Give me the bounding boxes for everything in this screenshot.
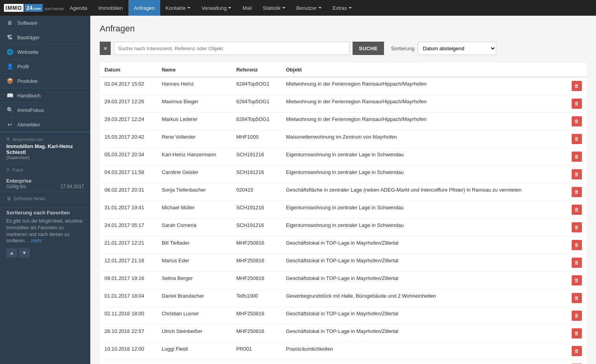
filter-clear-button[interactable]: ✕: [100, 42, 111, 55]
cell-datum: 12.01.2017 21:16: [100, 254, 157, 272]
delete-button[interactable]: 🗑: [572, 169, 582, 179]
sort-select[interactable]: Datum absteigendDatum aufsteigendName A-…: [418, 42, 496, 55]
logo-24: 24.com: [24, 4, 43, 12]
sidebar-item-label: Produkte: [17, 78, 38, 84]
sidebar-item-software[interactable]: 🖥 Software: [0, 16, 90, 30]
cell-name: Maximus Bieger: [157, 95, 232, 113]
produkte-icon: 📦: [6, 78, 13, 84]
page-title: Anfragen: [100, 24, 587, 34]
sidebar-enterprise: Enterprise Gültig bis 17.04.2017: [0, 176, 90, 192]
cell-name: Luggi Fleidi: [157, 342, 232, 360]
sidebar-arrow-buttons: ▲ ▼: [6, 248, 84, 258]
search-input[interactable]: [114, 42, 349, 55]
delete-button[interactable]: 🗑: [572, 311, 582, 321]
navbar-item-anfragen[interactable]: Anfragen: [128, 0, 160, 16]
delete-button[interactable]: 🗑: [572, 258, 582, 268]
cell-datum: 26.09.2016 10:22: [100, 360, 157, 364]
cell-objekt: Geschäftslokal in TOP-Lage in Mayrhofen/…: [281, 236, 567, 254]
delete-button[interactable]: 🗑: [572, 346, 582, 356]
delete-button[interactable]: 🗑: [572, 205, 582, 215]
cell-actions: 🗑: [567, 325, 587, 342]
table-row: 29.03.2017 12:26 Maximus Bieger 6284Top5…: [100, 95, 587, 113]
sidebar-item-immofokus[interactable]: 🔍 ImmoFokus: [0, 103, 90, 117]
sidebar-item-abmelden[interactable]: ↩ Abmelden: [0, 117, 90, 132]
cell-actions: 🗑: [567, 77, 587, 95]
cell-actions: 🗑: [567, 183, 587, 201]
cell-name: Ulrich Steinbeißer: [157, 325, 232, 342]
cell-referenz: MHF250816: [232, 307, 282, 325]
logo: IMMO 24.com SOFTWARE: [4, 4, 64, 12]
cell-objekt: Geschäftslokal in TOP-Lage in Mayrhofen/…: [281, 272, 567, 289]
delete-button[interactable]: 🗑: [572, 152, 582, 162]
delete-button[interactable]: 🗑: [572, 275, 582, 285]
cell-objekt: Mietwohnung in der Ferienregion Ramsau/H…: [281, 113, 567, 130]
cell-datum: 31.01.2017 19:41: [100, 201, 157, 219]
cell-referenz: RA190916: [232, 360, 282, 364]
sidebar-item-produkte[interactable]: 📦 Produkte: [0, 74, 90, 88]
delete-button[interactable]: 🗑: [572, 240, 582, 250]
content-area: Anfragen ✕ SUCHE Sortierung Datum abstei…: [90, 16, 596, 364]
cell-name: Sonja Tiefenbacher: [157, 183, 232, 201]
dropdown-caret: [349, 7, 352, 9]
cell-objekt: Maisonettenwohnung im Zentrum von Mayrho…: [281, 130, 567, 148]
table-row: 31.01.2017 19:41 Michael Müller SCH19121…: [100, 201, 587, 219]
cell-name: Karl-Heinz Hanzermann: [157, 148, 232, 166]
sidebar-user-block: ⚙ Angemeldet als: Immobilien Mag. Karl-H…: [0, 132, 90, 164]
sidebar-item-label: Abmelden: [17, 122, 40, 128]
cell-datum: 05.03.2017 20:34: [100, 148, 157, 166]
navbar-item-statistik[interactable]: Statistik: [257, 0, 291, 16]
cell-objekt: Geschäftslokal in TOP-Lage in Mayrhofen/…: [281, 254, 567, 272]
cell-objekt: Geschäftsfläche in zentraler Lage (neben…: [281, 183, 567, 201]
table-body: 02.04.2017 15:02 Hannes Heinz 6284Top5OG…: [100, 77, 587, 364]
table-row: 04.03.2017 11:58 Caroline Geisler SCH191…: [100, 166, 587, 183]
delete-button[interactable]: 🗑: [572, 81, 582, 91]
software-icon: 🖥: [6, 20, 13, 26]
navbar-item-verwaltung[interactable]: Verwaltung: [196, 0, 237, 16]
sidebar-user-role: [Supervisor]: [6, 155, 84, 160]
sidebar-sort-more-link[interactable]: ...mehr: [27, 238, 42, 243]
bauträger-icon: 🏗: [6, 34, 13, 40]
main-layout: 🖥 Software🏗 Bauträger🌐 Webseite👤 Profil📦…: [0, 16, 596, 364]
sidebar-logged-in-label: ⚙ Angemeldet als:: [6, 137, 84, 142]
sidebar-item-label: Profil: [17, 64, 29, 70]
sidebar-item-label: Handbuch: [17, 93, 40, 99]
delete-button[interactable]: 🗑: [572, 328, 582, 338]
cell-referenz: SCH191216: [232, 166, 282, 183]
navbar-item-agenda[interactable]: Agenda: [64, 0, 93, 16]
navbar-item-immobilien[interactable]: Immobilien: [93, 0, 128, 16]
navbar-item-benutzer[interactable]: Benutzer: [291, 0, 327, 16]
cell-actions: 🗑: [567, 307, 587, 325]
navbar-item-kontakte[interactable]: Kontakte: [160, 0, 196, 16]
search-button[interactable]: SUCHE: [353, 42, 384, 55]
cell-datum: 29.03.2017 12:26: [100, 95, 157, 113]
arrow-down-button[interactable]: ▼: [19, 248, 30, 258]
delete-button[interactable]: 🗑: [572, 116, 582, 126]
delete-button[interactable]: 🗑: [572, 134, 582, 144]
enterprise-name: Enterprise: [6, 178, 84, 184]
sidebar-paket-block: ⊙ Paket: [0, 164, 90, 176]
cell-name: Rene Vollerder: [157, 130, 232, 148]
cell-referenz: MHF250816: [232, 325, 282, 342]
table-row: 09.01.2017 19:16 Selina Berger MHF250816…: [100, 272, 587, 289]
delete-button[interactable]: 🗑: [572, 187, 582, 197]
delete-button[interactable]: 🗑: [572, 99, 582, 109]
delete-button[interactable]: 🗑: [572, 293, 582, 303]
cell-name: Sarah Corneria: [157, 219, 232, 236]
cell-actions: 🗑: [567, 113, 587, 130]
cell-datum: 01.01.2017 18:04: [100, 289, 157, 307]
arrow-up-button[interactable]: ▲: [6, 248, 17, 258]
cell-name: Marius Eder: [157, 254, 232, 272]
delete-button[interactable]: 🗑: [572, 222, 582, 232]
sidebar-item-handbuch[interactable]: 📖 Handbuch: [0, 88, 90, 103]
sidebar-item-bauträger[interactable]: 🏗 Bauträger: [0, 30, 90, 45]
col-referenz: Referenz: [232, 63, 282, 77]
navbar-item-mail[interactable]: Mail: [237, 0, 257, 16]
sidebar-item-profil[interactable]: 👤 Profil: [0, 59, 90, 74]
cell-name: Christian Luxner: [157, 307, 232, 325]
sidebar-item-webseite[interactable]: 🌐 Webseite: [0, 45, 90, 59]
cell-name: Daniel Brandacher: [157, 289, 232, 307]
navbar-item-extras[interactable]: Extras: [327, 0, 357, 16]
table-row: 12.01.2017 21:16 Marius Eder MHF250816 G…: [100, 254, 587, 272]
cell-actions: 🗑: [567, 236, 587, 254]
cell-objekt: 4-Zimmer-Mietwohnung in Ramsau: [281, 360, 567, 364]
